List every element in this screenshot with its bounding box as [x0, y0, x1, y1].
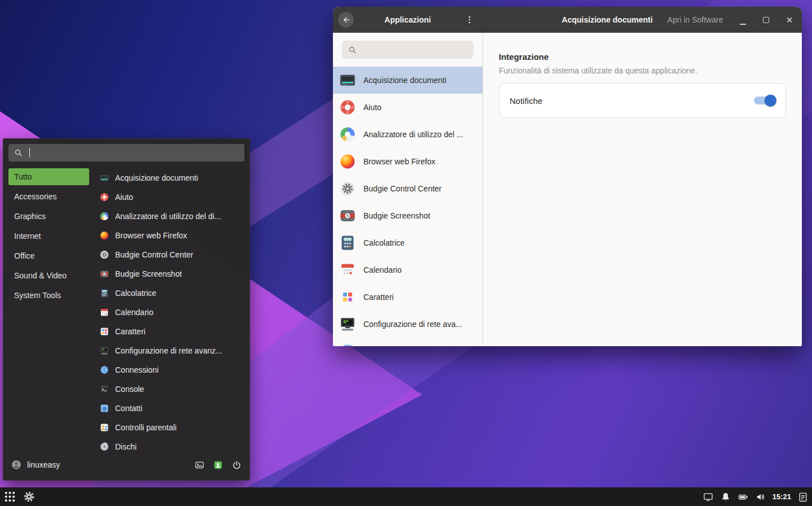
menu-app-label: Budgie Screenshot [115, 269, 182, 278]
menu-app-item[interactable]: Budgie Control Center [97, 245, 244, 264]
open-in-software-button[interactable]: Apri in Software [668, 15, 723, 24]
app-label: Analizzatore di utilizzo del ... [363, 130, 463, 139]
app-list-item[interactable]: Acquisizione documenti [333, 67, 482, 94]
network-icon [339, 315, 357, 333]
menu-app-item[interactable]: Budgie Screenshot [97, 264, 244, 283]
characters-icon [99, 326, 109, 337]
disk-usage-icon [339, 125, 357, 143]
notifications-toggle[interactable] [754, 97, 775, 104]
app-list-item[interactable]: Analizzatore di utilizzo del ... [333, 121, 482, 148]
menu-footer: linuxeasy [8, 455, 244, 475]
category-list: Tutto Accessories Graphics Internet Offi… [8, 168, 89, 455]
menu-app-item[interactable]: Connessioni [97, 360, 244, 380]
menu-app-label: Controlli parentali [115, 423, 177, 432]
menu-app-item[interactable]: Calcolatrice [97, 283, 244, 303]
back-button[interactable] [338, 12, 354, 28]
notifications-bell-icon[interactable] [720, 491, 731, 503]
maximize-icon[interactable] [763, 17, 769, 23]
menu-app-label: Browser web Firefox [115, 231, 187, 240]
app-grid-icon[interactable] [3, 490, 16, 503]
firefox-icon [99, 230, 109, 241]
menu-app-item[interactable]: Dischi [97, 437, 244, 455]
close-icon[interactable] [786, 14, 793, 25]
section-subtitle: Funzionalità di sistema utilizzate da qu… [499, 66, 786, 75]
menu-app-item[interactable]: Analizzatore di utilizzo del di... [97, 207, 244, 226]
menu-app-label: Configurazione di rete avanz... [115, 346, 222, 355]
app-list-item[interactable]: Connessioni [333, 338, 482, 346]
text-cursor [29, 148, 30, 158]
contacts-icon [99, 403, 109, 413]
minimize-icon[interactable] [740, 18, 746, 25]
images-icon[interactable] [194, 460, 205, 470]
menu-app-label: Analizzatore di utilizzo del di... [115, 212, 221, 221]
clock[interactable]: 15:21 [773, 492, 791, 501]
volume-icon[interactable] [755, 491, 766, 503]
raven-icon[interactable] [797, 491, 809, 503]
category-sound-video[interactable]: Sound & Video [8, 267, 89, 284]
app-list-item[interactable]: Caratteri [333, 283, 482, 311]
menu-kebab-button[interactable] [462, 12, 477, 28]
scanner-icon [339, 71, 357, 89]
display-icon[interactable] [703, 491, 714, 503]
setting-label: Notifiche [510, 96, 542, 106]
app-list-item[interactable]: Aiuto [333, 94, 482, 121]
disks-icon [99, 442, 109, 452]
main-headerbar[interactable]: Acquisizione documenti Apri in Software [483, 7, 802, 33]
menu-app-list: Acquisizione documenti Aiuto Analizzator… [97, 168, 244, 455]
menu-app-item[interactable]: Configurazione di rete avanz... [97, 341, 244, 360]
menu-search-input[interactable] [8, 144, 244, 162]
app-label: Budgie Control Center [363, 184, 442, 193]
category-tutto[interactable]: Tutto [8, 168, 89, 185]
app-list-item[interactable]: Budgie Control Center [333, 175, 482, 202]
menu-app-label: Contatti [115, 404, 142, 413]
menu-app-item[interactable]: Controlli parentali [97, 418, 244, 437]
section-title: Integrazione [499, 52, 786, 62]
menu-app-item[interactable]: Caratteri [97, 322, 244, 341]
window-title: Acquisizione documenti [562, 15, 653, 24]
menu-app-item[interactable]: Browser web Firefox [97, 226, 244, 245]
app-list-item[interactable]: Calendario [333, 256, 482, 283]
notifications-setting-row: Notifiche [499, 83, 786, 118]
app-menu-panel: Tutto Accessories Graphics Internet Offi… [3, 138, 250, 481]
battery-icon[interactable] [738, 491, 749, 503]
username: linuxeasy [27, 460, 60, 469]
budgie-settings-icon[interactable] [213, 460, 223, 470]
category-graphics[interactable]: Graphics [8, 208, 89, 225]
connections-icon [99, 365, 109, 375]
sidebar-search-input[interactable] [342, 41, 473, 59]
menu-app-item[interactable]: Console [97, 380, 244, 399]
app-label: Calcolatrice [363, 238, 405, 247]
app-label: Acquisizione documenti [363, 76, 446, 85]
gear-icon[interactable] [22, 490, 36, 504]
app-list-item[interactable]: Configurazione di rete ava... [333, 311, 482, 338]
menu-app-item[interactable]: Contatti [97, 399, 244, 418]
firefox-icon [339, 152, 357, 171]
category-system-tools[interactable]: System Tools [8, 287, 89, 304]
network-icon [99, 346, 109, 356]
user-button[interactable]: linuxeasy [11, 459, 60, 470]
connections-icon [339, 342, 357, 346]
settings-main-pane: Acquisizione documenti Apri in Software … [483, 7, 802, 346]
app-list-item[interactable]: Budgie Screenshot [333, 202, 482, 229]
menu-app-label: Aiuto [115, 193, 133, 202]
menu-app-label: Acquisizione documenti [115, 173, 198, 182]
menu-app-item[interactable]: Aiuto [97, 187, 244, 207]
category-internet[interactable]: Internet [8, 228, 89, 245]
app-label: Calendario [363, 265, 402, 274]
menu-app-item[interactable]: Acquisizione documenti [97, 168, 244, 187]
lifebuoy-icon [339, 98, 357, 116]
calculator-icon [339, 234, 357, 252]
category-accessories[interactable]: Accessories [8, 188, 89, 205]
console-icon [99, 384, 109, 394]
app-label: Browser web Firefox [363, 157, 436, 166]
gear-icon [339, 180, 357, 198]
power-icon[interactable] [231, 460, 242, 470]
app-label: Caratteri [363, 293, 394, 302]
taskbar: 15:21 [0, 487, 812, 506]
scanner-icon [99, 173, 109, 183]
app-list-item[interactable]: Calcolatrice [333, 229, 482, 256]
category-office[interactable]: Office [8, 247, 89, 264]
menu-app-item[interactable]: Calendario [97, 303, 244, 322]
taskbar-tray: 15:21 [703, 491, 809, 503]
app-list-item[interactable]: Browser web Firefox [333, 148, 482, 175]
